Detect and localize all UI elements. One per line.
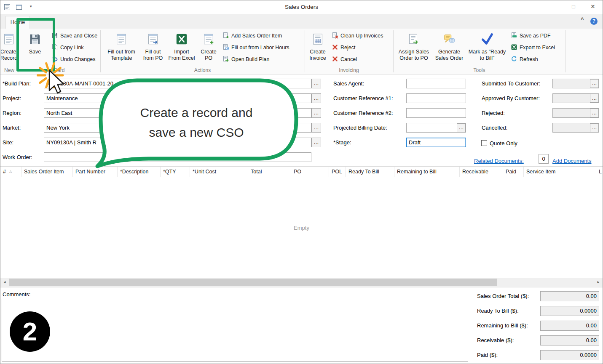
project-label: Project: xyxy=(3,93,21,103)
build-plan-lookup-button[interactable]: … xyxy=(311,79,321,88)
submitted-to-customer-picker-button[interactable]: … xyxy=(590,79,599,88)
scroll-right-icon[interactable]: ► xyxy=(594,278,603,287)
site-lookup-button[interactable]: … xyxy=(311,138,321,147)
remaining-to-bill-total-label: Remaining to Bill ($): xyxy=(477,321,528,330)
generate-sales-order-button[interactable]: Generate Sales Order xyxy=(433,30,466,67)
create-po-label: Create PO xyxy=(197,49,220,61)
save-and-close-label: Save and Close xyxy=(60,33,97,39)
items-table-body: Empty xyxy=(0,178,603,278)
save-as-pdf-button[interactable]: Save as PDF xyxy=(511,31,551,41)
col-remaining-to-bill[interactable]: Remaining to Bill xyxy=(394,167,460,177)
assign-sales-order-to-po-button[interactable]: Assign Sales Order to PO xyxy=(396,30,432,67)
minimize-button[interactable]: — xyxy=(544,0,564,14)
approved-by-customer-label: Approved By Customer: xyxy=(482,93,540,103)
sales-agent-field[interactable] xyxy=(406,79,466,88)
receivable-total-label: Receivable ($): xyxy=(477,335,514,345)
annotation-callout-text: Create a record and save a new CSO xyxy=(106,103,287,142)
customer-reference-1-field[interactable] xyxy=(406,93,466,103)
fill-out-from-labor-hours-button[interactable]: Fill out from Labor Hours xyxy=(222,43,289,53)
ready-to-bill-total-field: 0.0000 xyxy=(540,306,599,316)
open-build-plan-label: Open Build Plan xyxy=(231,56,269,62)
group-separator xyxy=(305,30,305,72)
build-plan-label: *Build Plan: xyxy=(3,79,31,88)
customer-reference-2-field[interactable] xyxy=(406,108,466,118)
submitted-to-customer-label: Submitted To Customer: xyxy=(482,79,540,88)
close-button[interactable]: ✕ xyxy=(583,0,603,14)
footer-section: Comments: Sales Order Total ($): 0.00 Re… xyxy=(0,287,603,364)
project-lookup-button[interactable]: … xyxy=(311,93,321,103)
projected-billing-date-picker-button[interactable]: … xyxy=(457,123,466,132)
col-paid[interactable]: Paid xyxy=(503,167,524,177)
invoice-icon xyxy=(311,33,324,47)
create-invoice-button[interactable]: Create Invoice xyxy=(307,30,329,67)
group-label-actions: Actions xyxy=(100,67,305,73)
clean-up-invoices-button[interactable]: Clean Up Invoices xyxy=(332,31,383,41)
comments-input[interactable] xyxy=(2,299,468,362)
sales-order-total-label: Sales Order Total ($): xyxy=(477,291,529,301)
fill-out-from-template-label: Fill out from Template xyxy=(104,49,139,61)
maximize-button[interactable]: □ xyxy=(564,0,583,14)
col-sales-order-item[interactable]: Sales Order Item xyxy=(21,167,73,177)
excel-small-icon xyxy=(511,44,517,52)
create-po-icon xyxy=(202,33,215,47)
quote-only-checkbox[interactable] xyxy=(481,140,487,146)
horizontal-scrollbar-thumb[interactable] xyxy=(9,279,497,286)
import-from-excel-button[interactable]: Import From Excel xyxy=(168,30,195,67)
col-truncated[interactable]: L xyxy=(596,167,603,177)
export-to-excel-button[interactable]: Export to Excel xyxy=(511,43,555,53)
mouse-pointer-icon xyxy=(49,70,64,93)
sales-orders-window: ▾ Sales Orders — □ ✕ Home ^ ? Create Rec… xyxy=(0,0,603,364)
callout-line-2: save a new CSO xyxy=(106,122,287,142)
step-number: 2 xyxy=(23,317,37,346)
cursor-click-icon xyxy=(37,58,75,101)
rejected-picker-button[interactable]: … xyxy=(590,109,599,117)
scroll-left-icon[interactable]: ◄ xyxy=(0,278,9,287)
mark-as-ready-to-bill-button[interactable]: Mark as "Ready to Bill" xyxy=(466,30,508,67)
col-pol[interactable]: POL xyxy=(329,167,346,177)
copy-link-button[interactable]: Copy Link xyxy=(51,43,84,53)
sales-agent-label: Sales Agent: xyxy=(333,79,364,88)
region-lookup-button[interactable]: … xyxy=(311,108,321,118)
reject-button[interactable]: Reject xyxy=(332,43,355,53)
help-icon[interactable]: ? xyxy=(590,18,598,25)
window-controls: — □ ✕ xyxy=(544,0,603,14)
col-service-item[interactable]: Service Item xyxy=(524,167,596,177)
create-record-button[interactable]: Create Record xyxy=(1,30,16,67)
open-build-plan-button[interactable]: Open Build Plan xyxy=(222,54,269,64)
create-po-button[interactable]: Create PO xyxy=(197,30,220,67)
remaining-to-bill-total-field: 0.00 xyxy=(540,321,599,331)
ribbon-tab-bar: Home ^ ? xyxy=(0,14,603,29)
collapse-ribbon-icon[interactable]: ^ xyxy=(581,16,584,23)
save-and-close-button[interactable]: Save and Close xyxy=(51,31,97,41)
quote-only-label: Quote Only xyxy=(490,138,517,148)
add-sales-order-item-button[interactable]: Add Sales Order Item xyxy=(222,31,282,41)
labor-hours-icon xyxy=(222,44,229,52)
horizontal-scrollbar[interactable]: ◄ ► xyxy=(0,278,603,287)
fill-out-from-template-button[interactable]: Fill out from Template xyxy=(104,30,139,67)
add-documents-link[interactable]: Add Documents xyxy=(552,156,592,166)
open-build-plan-icon xyxy=(222,56,229,64)
mark-as-ready-to-bill-label: Mark as "Ready to Bill" xyxy=(466,49,508,61)
col-ready-to-bill[interactable]: Ready To Bill xyxy=(346,167,394,177)
empty-state-text: Empty xyxy=(0,225,603,231)
col-row-number[interactable]: #△ xyxy=(0,167,21,177)
market-lookup-button[interactable]: … xyxy=(311,123,321,133)
col-receivable[interactable]: Receivable xyxy=(460,167,503,177)
approved-by-customer-picker-button[interactable]: … xyxy=(590,94,599,103)
assign-icon xyxy=(407,33,420,47)
cancel-button[interactable]: Cancel xyxy=(332,54,357,64)
fill-out-from-po-button[interactable]: Fill out from PO xyxy=(140,30,166,67)
refresh-button[interactable]: Refresh xyxy=(511,54,538,64)
related-documents-link[interactable]: Related Documents: xyxy=(474,156,524,166)
stage-field[interactable]: Draft xyxy=(406,138,466,147)
cancel-x-icon xyxy=(332,56,338,64)
cancelled-picker-button[interactable]: … xyxy=(590,123,599,132)
pdf-icon xyxy=(511,32,517,40)
group-separator xyxy=(393,30,394,72)
rejected-label: Rejected: xyxy=(482,108,505,118)
comments-label: Comments: xyxy=(3,290,30,299)
cancelled-label: Cancelled: xyxy=(482,123,507,133)
market-label: Market: xyxy=(3,123,21,133)
clean-up-icon xyxy=(332,32,338,40)
add-sales-order-item-label: Add Sales Order Item xyxy=(231,33,282,39)
